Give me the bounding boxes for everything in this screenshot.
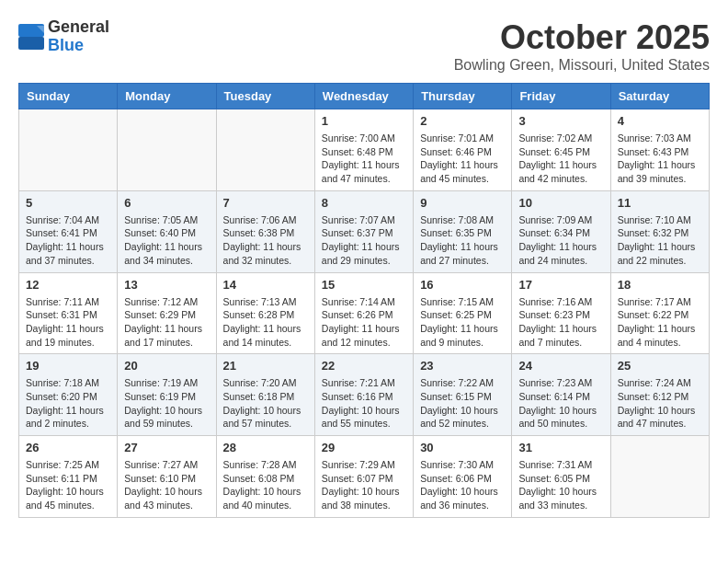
th-thursday: Thursday [414,84,512,109]
calendar-cell-2-5: 17Sunrise: 7:16 AM Sunset: 6:23 PM Dayli… [512,272,610,354]
day-info: Sunrise: 7:24 AM Sunset: 6:12 PM Dayligh… [618,376,702,431]
day-number: 27 [124,441,209,454]
day-number: 12 [26,278,110,292]
day-info: Sunrise: 7:03 AM Sunset: 6:43 PM Dayligh… [618,132,702,186]
svg-rect-1 [18,37,44,50]
day-info: Sunrise: 7:05 AM Sunset: 6:40 PM Dayligh… [124,213,209,268]
calendar-cell-2-3: 15Sunrise: 7:14 AM Sunset: 6:26 PM Dayli… [314,272,413,354]
th-monday: Monday [118,84,216,109]
logo-general-text: General [48,18,109,37]
calendar-cell-1-6: 11Sunrise: 7:10 AM Sunset: 6:32 PM Dayli… [610,190,709,272]
day-number: 19 [26,359,110,373]
calendar-cell-2-2: 14Sunrise: 7:13 AM Sunset: 6:28 PM Dayli… [216,272,314,354]
day-number: 7 [223,196,308,210]
day-info: Sunrise: 7:04 AM Sunset: 6:41 PM Dayligh… [26,213,110,268]
day-info: Sunrise: 7:30 AM Sunset: 6:06 PM Dayligh… [420,458,505,512]
day-number: 13 [124,278,209,292]
calendar-body: 1Sunrise: 7:00 AM Sunset: 6:48 PM Daylig… [19,109,710,518]
calendar-cell-3-0: 19Sunrise: 7:18 AM Sunset: 6:20 PM Dayli… [19,354,118,436]
day-number: 14 [223,278,308,292]
day-number: 15 [322,278,406,292]
day-number: 23 [420,359,505,373]
calendar-cell-3-1: 20Sunrise: 7:19 AM Sunset: 6:19 PM Dayli… [118,354,216,436]
day-number: 28 [223,441,308,454]
day-number: 2 [420,114,505,128]
calendar-cell-1-5: 10Sunrise: 7:09 AM Sunset: 6:34 PM Dayli… [512,190,610,272]
day-number: 1 [322,114,406,128]
calendar-cell-3-5: 24Sunrise: 7:23 AM Sunset: 6:14 PM Dayli… [512,354,610,436]
day-info: Sunrise: 7:21 AM Sunset: 6:16 PM Dayligh… [322,376,406,431]
day-number: 6 [124,196,209,210]
calendar-cell-4-3: 29Sunrise: 7:29 AM Sunset: 6:07 PM Dayli… [314,436,413,518]
th-wednesday: Wednesday [314,84,413,109]
day-info: Sunrise: 7:06 AM Sunset: 6:38 PM Dayligh… [223,213,308,268]
day-info: Sunrise: 7:23 AM Sunset: 6:14 PM Dayligh… [518,376,603,431]
day-number: 22 [322,359,406,373]
calendar-cell-0-6: 4Sunrise: 7:03 AM Sunset: 6:43 PM Daylig… [610,109,709,191]
day-info: Sunrise: 7:15 AM Sunset: 6:25 PM Dayligh… [420,295,505,350]
calendar-cell-3-2: 21Sunrise: 7:20 AM Sunset: 6:18 PM Dayli… [216,354,314,436]
calendar-cell-1-4: 9Sunrise: 7:08 AM Sunset: 6:35 PM Daylig… [414,190,512,272]
th-sunday: Sunday [19,84,118,109]
month-title: October 2025 [454,18,710,57]
day-info: Sunrise: 7:22 AM Sunset: 6:15 PM Dayligh… [420,376,505,431]
logo: General Blue [18,18,109,55]
day-number: 26 [26,441,110,454]
day-info: Sunrise: 7:08 AM Sunset: 6:35 PM Dayligh… [420,213,505,268]
location: Bowling Green, Missouri, United States [454,57,710,74]
calendar-cell-2-6: 18Sunrise: 7:17 AM Sunset: 6:22 PM Dayli… [610,272,709,354]
title-area: October 2025 Bowling Green, Missouri, Un… [454,18,710,74]
day-info: Sunrise: 7:17 AM Sunset: 6:22 PM Dayligh… [618,295,702,350]
day-info: Sunrise: 7:27 AM Sunset: 6:10 PM Dayligh… [124,458,209,512]
header: General Blue October 2025 Bowling Green,… [18,18,710,74]
calendar-cell-4-5: 31Sunrise: 7:31 AM Sunset: 6:05 PM Dayli… [512,436,610,518]
day-info: Sunrise: 7:00 AM Sunset: 6:48 PM Dayligh… [322,132,406,186]
day-info: Sunrise: 7:12 AM Sunset: 6:29 PM Dayligh… [124,295,209,350]
day-info: Sunrise: 7:02 AM Sunset: 6:45 PM Dayligh… [518,132,603,186]
day-info: Sunrise: 7:14 AM Sunset: 6:26 PM Dayligh… [322,295,406,350]
calendar-cell-1-2: 7Sunrise: 7:06 AM Sunset: 6:38 PM Daylig… [216,190,314,272]
day-info: Sunrise: 7:07 AM Sunset: 6:37 PM Dayligh… [322,213,406,268]
calendar-cell-3-4: 23Sunrise: 7:22 AM Sunset: 6:15 PM Dayli… [414,354,512,436]
calendar-cell-2-0: 12Sunrise: 7:11 AM Sunset: 6:31 PM Dayli… [19,272,118,354]
day-info: Sunrise: 7:11 AM Sunset: 6:31 PM Dayligh… [26,295,110,350]
logo-blue-text: Blue [48,37,109,55]
calendar-cell-3-3: 22Sunrise: 7:21 AM Sunset: 6:16 PM Dayli… [314,354,413,436]
day-number: 24 [518,359,603,373]
day-info: Sunrise: 7:19 AM Sunset: 6:19 PM Dayligh… [124,376,209,431]
week-row-4: 19Sunrise: 7:18 AM Sunset: 6:20 PM Dayli… [19,354,710,436]
day-number: 21 [223,359,308,373]
day-info: Sunrise: 7:20 AM Sunset: 6:18 PM Dayligh… [223,376,308,431]
week-row-2: 5Sunrise: 7:04 AM Sunset: 6:41 PM Daylig… [19,190,710,272]
week-row-3: 12Sunrise: 7:11 AM Sunset: 6:31 PM Dayli… [19,272,710,354]
day-number: 10 [518,196,603,210]
week-row-1: 1Sunrise: 7:00 AM Sunset: 6:48 PM Daylig… [19,109,710,191]
day-info: Sunrise: 7:16 AM Sunset: 6:23 PM Dayligh… [518,295,603,350]
calendar-cell-0-2 [216,109,314,191]
calendar-cell-1-3: 8Sunrise: 7:07 AM Sunset: 6:37 PM Daylig… [314,190,413,272]
logo-icon [18,24,44,50]
calendar-cell-0-1 [118,109,216,191]
calendar-header: Sunday Monday Tuesday Wednesday Thursday… [19,84,710,109]
day-number: 3 [518,114,603,128]
calendar-cell-1-0: 5Sunrise: 7:04 AM Sunset: 6:41 PM Daylig… [19,190,118,272]
day-info: Sunrise: 7:09 AM Sunset: 6:34 PM Dayligh… [518,213,603,268]
calendar-cell-4-1: 27Sunrise: 7:27 AM Sunset: 6:10 PM Dayli… [118,436,216,518]
day-number: 30 [420,441,505,454]
day-number: 20 [124,359,209,373]
calendar-cell-1-1: 6Sunrise: 7:05 AM Sunset: 6:40 PM Daylig… [118,190,216,272]
calendar: Sunday Monday Tuesday Wednesday Thursday… [18,83,710,518]
calendar-cell-3-6: 25Sunrise: 7:24 AM Sunset: 6:12 PM Dayli… [610,354,709,436]
day-info: Sunrise: 7:18 AM Sunset: 6:20 PM Dayligh… [26,376,110,431]
calendar-cell-0-3: 1Sunrise: 7:00 AM Sunset: 6:48 PM Daylig… [314,109,413,191]
day-number: 5 [26,196,110,210]
day-info: Sunrise: 7:28 AM Sunset: 6:08 PM Dayligh… [223,458,308,512]
day-number: 25 [618,359,702,373]
day-number: 18 [618,278,702,292]
weekday-row: Sunday Monday Tuesday Wednesday Thursday… [19,84,710,109]
day-info: Sunrise: 7:31 AM Sunset: 6:05 PM Dayligh… [518,458,603,512]
day-info: Sunrise: 7:01 AM Sunset: 6:46 PM Dayligh… [420,132,505,186]
calendar-cell-2-1: 13Sunrise: 7:12 AM Sunset: 6:29 PM Dayli… [118,272,216,354]
day-number: 4 [618,114,702,128]
calendar-cell-4-2: 28Sunrise: 7:28 AM Sunset: 6:08 PM Dayli… [216,436,314,518]
